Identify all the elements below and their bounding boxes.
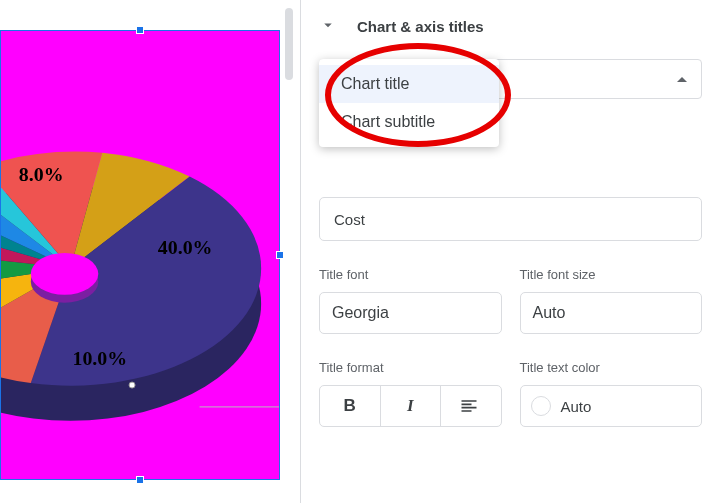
title-type-option-chart-title[interactable]: Chart title <box>319 65 499 103</box>
title-text-color-value: Auto <box>561 398 592 415</box>
title-format-group: B I <box>319 385 502 427</box>
title-text-color-select[interactable]: Auto <box>520 385 703 427</box>
italic-button[interactable]: I <box>381 386 442 426</box>
resize-handle-bottom[interactable] <box>136 476 144 484</box>
resize-handle-right[interactable] <box>276 251 284 259</box>
title-font-size-select[interactable]: Auto <box>520 292 703 334</box>
svg-point-4 <box>129 382 135 388</box>
pie-chart-svg: 8.0% 40.0% 10.0% <box>1 31 279 479</box>
label-title-font: Title font <box>319 267 502 282</box>
color-swatch <box>531 396 551 416</box>
title-type-option-chart-subtitle[interactable]: Chart subtitle <box>319 103 499 141</box>
slice-label-40: 40.0% <box>158 236 213 258</box>
slice-label-8: 8.0% <box>19 163 64 185</box>
scrollbar[interactable] <box>285 8 293 80</box>
section-title: Chart & axis titles <box>357 18 484 35</box>
title-font-size-value: Auto <box>533 304 566 322</box>
align-left-icon <box>459 396 479 416</box>
chart-canvas[interactable]: 8.0% 40.0% 10.0% <box>0 30 280 480</box>
chart-editor-panel: Chart & axis titles Chart title Chart ti… <box>300 0 720 503</box>
bold-button[interactable]: B <box>320 386 381 426</box>
arrow-up-icon <box>677 77 687 82</box>
label-title-format: Title format <box>319 360 502 375</box>
section-chart-axis-titles[interactable]: Chart & axis titles <box>319 10 702 59</box>
svg-point-3 <box>31 253 99 295</box>
label-title-font-size: Title font size <box>520 267 703 282</box>
label-title-text-color: Title text color <box>520 360 703 375</box>
title-font-value: Georgia <box>332 304 389 322</box>
title-type-menu: Chart title Chart subtitle <box>319 59 499 147</box>
slice-label-10: 10.0% <box>72 347 127 369</box>
chevron-down-icon <box>319 16 339 37</box>
title-text-input[interactable] <box>319 197 702 241</box>
resize-handle-top[interactable] <box>136 26 144 34</box>
title-font-select[interactable]: Georgia <box>319 292 502 334</box>
align-button[interactable] <box>441 386 501 426</box>
title-type-dropdown[interactable]: Chart title Chart title Chart subtitle <box>319 59 702 179</box>
